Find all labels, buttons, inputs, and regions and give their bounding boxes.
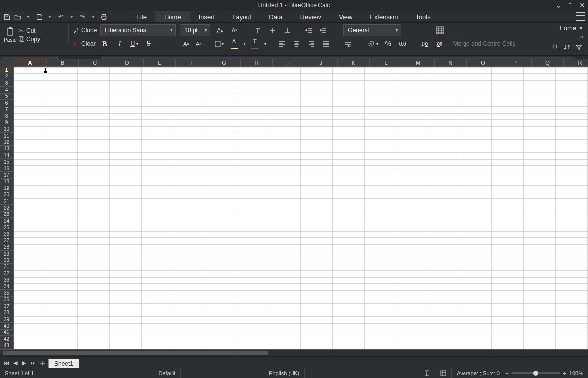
align-middle-v-icon[interactable] [267,25,278,36]
italic-button[interactable]: I [114,38,125,49]
column-header[interactable]: B [47,59,79,67]
row-header[interactable]: 5 [0,94,14,100]
align-bottom-icon[interactable] [282,25,293,36]
save-as-icon[interactable] [35,13,43,21]
superscript-icon[interactable]: Aa [182,38,191,49]
window-minimize-icon[interactable]: ⌄ [556,1,562,9]
row-header[interactable]: 2 [0,73,14,80]
add-sheet-button[interactable]: ＋ [37,357,48,368]
row-header[interactable]: 8 [0,113,14,119]
row-header[interactable]: 19 [0,185,14,191]
horizontal-scrollbar[interactable] [0,349,588,356]
menu-file[interactable]: File [127,11,155,22]
row-header[interactable]: 20 [0,191,14,198]
window-close-icon[interactable]: ✕ [579,1,585,9]
row-header[interactable]: 35 [0,290,14,296]
filter-icon[interactable] [574,42,583,52]
sheet-tab-active[interactable]: Sheet1 [48,359,79,368]
row-header[interactable]: 17 [0,172,14,178]
row-header[interactable]: 6 [0,100,14,106]
row-header[interactable]: 15 [0,159,14,165]
font-name-combo[interactable]: Liberation Sans▼ [100,24,176,36]
row-header[interactable]: 34 [0,284,14,290]
row-header[interactable]: 32 [0,270,14,277]
row-header[interactable]: 43 [0,342,14,349]
currency-icon[interactable]: $ ▾ [368,38,379,49]
zoom-slider[interactable] [511,372,560,374]
row-header[interactable]: 37 [0,303,14,309]
row-header[interactable]: 25 [0,224,14,231]
row-header[interactable]: 27 [0,237,14,244]
decrease-indent-icon[interactable] [303,25,314,36]
column-header[interactable]: G [208,59,241,67]
row-header[interactable]: 23 [0,212,14,218]
column-header[interactable]: H [241,59,273,67]
align-top-icon[interactable] [252,25,263,36]
merge-cells-button[interactable]: Merge and Centre Cells [448,40,520,47]
copy-button[interactable]: Copy [18,36,64,43]
menu-insert[interactable]: Insert [190,11,224,22]
zoom-value[interactable]: 100% [569,370,583,376]
row-header[interactable]: 11 [0,133,14,139]
column-header[interactable]: R [564,59,588,67]
add-decimal-icon[interactable]: .00̲ [419,38,430,49]
clear-format-button[interactable]: Ix Clear [73,40,96,47]
hamburger-icon[interactable] [576,12,585,21]
column-header[interactable]: P [499,59,532,67]
row-header[interactable]: 9 [0,119,14,126]
row-header[interactable]: 21 [0,198,14,205]
align-right-icon[interactable] [306,38,317,49]
align-center-icon[interactable] [292,38,302,49]
row-header[interactable]: 1 [0,67,14,73]
tab-prev-icon[interactable]: ◀ [11,357,20,368]
row-header[interactable]: 13 [0,146,14,152]
ribbon-tab-link[interactable]: Home ▼ [559,24,583,32]
row-header[interactable]: 29 [0,251,14,257]
print-icon[interactable] [100,13,108,21]
align-justify-icon[interactable] [321,38,332,49]
row-header[interactable]: 4 [0,87,14,93]
row-header[interactable]: 33 [0,277,14,284]
table-icon[interactable] [434,25,446,36]
menu-home[interactable]: Home [155,11,190,22]
window-maximize-icon[interactable]: ⌃ [567,1,573,9]
row-header[interactable]: 7 [0,106,14,113]
font-color-button[interactable]: T [249,38,260,49]
row-header[interactable]: 42 [0,336,14,342]
clone-format-button[interactable]: Clone [73,27,97,34]
column-header[interactable]: F [176,59,208,67]
font-size-combo[interactable]: 10 pt▼ [180,24,210,36]
open-icon[interactable] [14,13,22,21]
strikethrough-button[interactable]: S [144,38,154,49]
zoom-out-icon[interactable]: − [505,370,508,376]
menu-review[interactable]: Review [292,11,330,22]
border-button[interactable]: ▾ [214,38,225,49]
save-dropdown-icon[interactable]: ▼ [46,13,54,21]
row-header[interactable]: 28 [0,244,14,251]
menu-extension[interactable]: Extension [361,11,407,22]
column-header[interactable]: O [467,59,499,67]
increase-indent-icon[interactable] [318,25,329,36]
undo-dropdown-icon[interactable]: ▼ [68,13,75,21]
decimal-00-icon[interactable]: 0.0 [397,38,408,49]
tab-first-icon[interactable]: ⏮ [2,357,11,368]
column-header[interactable]: E [144,59,176,67]
sort-icon[interactable] [563,42,571,52]
redo-dropdown-icon[interactable]: ▼ [89,13,97,21]
cells-area[interactable] [14,67,588,349]
column-header[interactable]: L [370,59,402,67]
select-all-corner[interactable] [0,59,14,67]
column-header[interactable]: M [402,59,435,67]
column-header[interactable]: D [111,59,144,67]
open-dropdown-icon[interactable]: ▼ [24,13,32,21]
menu-tools[interactable]: Tools [407,11,439,22]
row-header[interactable]: 39 [0,316,14,323]
status-selection-mode-icon[interactable] [435,370,451,376]
row-header[interactable]: 16 [0,165,14,172]
column-header[interactable]: K [338,59,370,67]
underline-button[interactable]: U ▾ [129,38,140,49]
paste-button[interactable]: Paste [3,24,18,45]
row-header[interactable]: 10 [0,126,14,133]
row-header[interactable]: 31 [0,264,14,270]
column-header[interactable]: C [79,59,111,67]
